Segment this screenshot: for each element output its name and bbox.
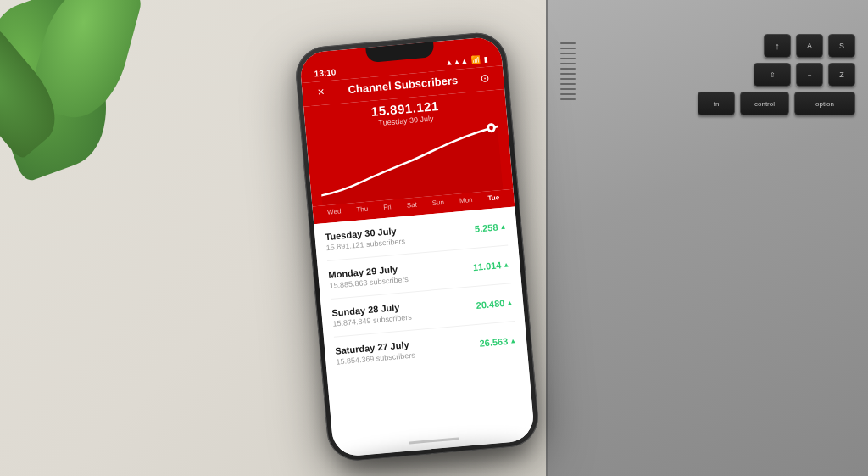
- item-change: 5.258 ▲: [474, 221, 506, 233]
- laptop: ↑ A S ⇧ ~ Z fn control option: [546, 0, 868, 476]
- change-value: 26.563: [479, 335, 509, 348]
- key-row-1: ↑ A S: [560, 34, 855, 58]
- status-icons: ▲▲▲ 📶 ▮: [445, 54, 488, 66]
- key-control[interactable]: control: [740, 92, 789, 115]
- key-row-2: ⇧ ~ Z: [560, 63, 855, 87]
- item-change: 26.563 ▲: [479, 335, 516, 349]
- change-value: 20.480: [476, 298, 505, 311]
- camera-button[interactable]: ⊙: [476, 70, 493, 84]
- change-value: 11.014: [472, 260, 502, 272]
- item-info: Tuesday 30 July 15.891.121 subscribers: [325, 225, 405, 252]
- key-option[interactable]: option: [794, 92, 855, 115]
- key-tilde[interactable]: ~: [796, 63, 823, 87]
- trend-arrow: ▲: [506, 298, 514, 306]
- close-button[interactable]: ×: [312, 84, 330, 99]
- item-change: 20.480 ▲: [476, 297, 513, 311]
- key-z[interactable]: Z: [828, 63, 855, 87]
- list-area: Tuesday 30 July 15.891.121 subscribers 5…: [314, 206, 534, 443]
- item-info: Saturday 27 July 15.854.369 subscribers: [335, 339, 415, 366]
- key-s[interactable]: S: [828, 34, 855, 58]
- plant-decoration: [0, 0, 161, 255]
- trend-arrow: ▲: [503, 260, 510, 268]
- day-sun: Sun: [431, 198, 444, 206]
- item-info: Sunday 28 July 15.874.849 subscribers: [331, 300, 412, 328]
- home-bar: [409, 437, 459, 444]
- phone-outer: 13:10 ▲▲▲ 📶 ▮ × Channel Subscribers ⊙ 15…: [293, 30, 541, 462]
- day-mon: Mon: [459, 195, 473, 204]
- change-value: 5.258: [474, 221, 498, 233]
- wifi-icon: 📶: [471, 54, 481, 64]
- laptop-body: ↑ A S ⇧ ~ Z fn control option: [546, 0, 868, 476]
- trend-arrow: ▲: [509, 336, 517, 344]
- phone: 13:10 ▲▲▲ 📶 ▮ × Channel Subscribers ⊙ 15…: [293, 30, 541, 462]
- phone-screen: 13:10 ▲▲▲ 📶 ▮ × Channel Subscribers ⊙ 15…: [299, 36, 536, 457]
- day-tue: Tue: [487, 193, 499, 202]
- battery-icon: ▮: [484, 54, 489, 63]
- key-row-3: fn control option: [560, 92, 855, 115]
- key-shift[interactable]: ⇧: [754, 63, 791, 87]
- day-sat: Sat: [406, 200, 417, 209]
- status-time: 13:10: [314, 67, 336, 78]
- item-change: 11.014 ▲: [472, 259, 509, 272]
- trend-arrow: ▲: [499, 222, 507, 231]
- item-info: Monday 29 July 15.885.863 subscribers: [328, 262, 409, 289]
- day-fri: Fri: [383, 203, 392, 211]
- keyboard-area: ↑ A S ⇧ ~ Z fn control option: [548, 0, 868, 476]
- chart-area: 15.891.121 Tuesday 30 July: [303, 89, 513, 206]
- key-fn[interactable]: fn: [698, 92, 735, 115]
- key-a[interactable]: A: [796, 34, 823, 58]
- key-up-arrow[interactable]: ↑: [764, 34, 791, 58]
- signal-icon: ▲▲▲: [445, 56, 469, 66]
- day-thu: Thu: [356, 204, 369, 213]
- day-wed: Wed: [327, 207, 342, 216]
